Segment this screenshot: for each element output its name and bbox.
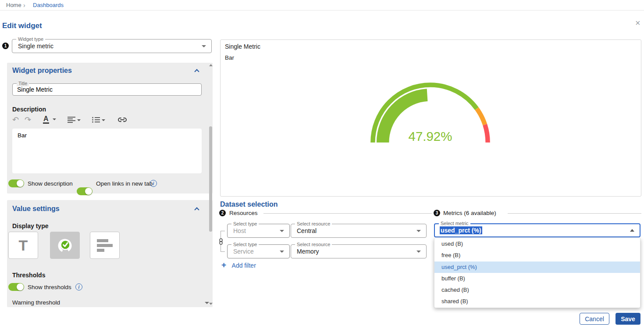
warning-threshold-label: Warning threshold bbox=[12, 299, 60, 306]
widget-type-label: Widget type bbox=[16, 36, 45, 42]
select-type-value: Host bbox=[233, 227, 246, 234]
collapse-widget-properties-icon[interactable] bbox=[194, 69, 199, 74]
chevron-up-icon[interactable] bbox=[630, 229, 634, 232]
text-color-letter: A bbox=[43, 115, 49, 124]
menu-item-buffer[interactable]: buffer (B) bbox=[434, 273, 640, 284]
breadcrumb: Home › Dashboards bbox=[0, 0, 644, 11]
title-input[interactable] bbox=[17, 85, 197, 94]
show-thresholds-toggle[interactable] bbox=[8, 283, 24, 291]
menu-item-free[interactable]: free (B) bbox=[434, 250, 640, 261]
text-display-icon: T bbox=[19, 237, 28, 254]
display-type-heading: Display type bbox=[12, 222, 48, 229]
open-links-label: Open links in new tab bbox=[96, 180, 153, 187]
redo-icon[interactable]: ↷ bbox=[25, 115, 31, 124]
value-settings-heading: Value settings bbox=[12, 205, 60, 213]
breadcrumb-separator-icon: › bbox=[23, 0, 25, 11]
gauge-display-icon bbox=[56, 236, 74, 254]
widget-properties-heading: Widget properties bbox=[12, 67, 72, 75]
select-resource-value: Central bbox=[297, 227, 317, 234]
step-3-badge: 3 bbox=[434, 210, 440, 216]
list-icon bbox=[92, 117, 100, 123]
gauge-value: 47.92% bbox=[409, 129, 452, 143]
add-filter-button[interactable]: + Add filter bbox=[221, 262, 256, 269]
description-toolbar: ↶ ↷ A bbox=[12, 115, 202, 126]
breadcrumb-dashboards-link[interactable]: Dashboards bbox=[33, 0, 64, 11]
preview-title: Single Metric bbox=[225, 43, 260, 50]
undo-icon[interactable]: ↶ bbox=[12, 115, 19, 124]
select-resource-memory[interactable]: Select resource Memory bbox=[291, 244, 427, 258]
info-icon[interactable]: i bbox=[150, 180, 157, 187]
select-resource-label: Select resource bbox=[295, 221, 332, 227]
select-metric-combobox[interactable]: Select metric used_prct (%) bbox=[434, 223, 640, 237]
show-description-toggle[interactable] bbox=[8, 179, 24, 187]
select-resource-central[interactable]: Select resource Central bbox=[291, 224, 427, 238]
menu-item-cached[interactable]: cached (B) bbox=[434, 284, 640, 296]
step-1-badge: 1 bbox=[2, 43, 9, 49]
display-type-text-button[interactable]: T bbox=[8, 232, 38, 259]
chevron-down-icon bbox=[280, 251, 284, 253]
list-button[interactable] bbox=[92, 117, 105, 125]
add-filter-label: Add filter bbox=[232, 262, 256, 269]
chevron-down-icon[interactable] bbox=[202, 45, 206, 47]
resources-label: Resources bbox=[229, 210, 258, 216]
menu-item-used[interactable]: used (B) bbox=[434, 238, 640, 250]
bar-display-icon bbox=[97, 239, 113, 252]
select-type-host[interactable]: Select type Host bbox=[227, 224, 290, 238]
select-metric-label: Select metric bbox=[439, 221, 470, 226]
dataset-selection-heading: Dataset selection bbox=[220, 201, 278, 208]
info-icon[interactable]: i bbox=[75, 283, 82, 290]
select-resource-value: Memory bbox=[297, 248, 319, 255]
chevron-down-icon[interactable] bbox=[416, 230, 421, 232]
open-links-toggle[interactable] bbox=[77, 187, 93, 195]
align-icon bbox=[68, 117, 75, 123]
link-button[interactable] bbox=[117, 117, 127, 125]
row-link-line bbox=[221, 251, 225, 252]
cancel-button[interactable]: Cancel bbox=[580, 313, 609, 325]
metrics-label: Metrics (6 available) bbox=[443, 210, 496, 216]
chevron-down-icon[interactable] bbox=[205, 302, 209, 304]
display-type-bar-button[interactable] bbox=[90, 232, 120, 259]
menu-item-used-prct[interactable]: used_prct (%) bbox=[434, 262, 640, 273]
chevron-down-icon[interactable] bbox=[416, 251, 421, 253]
resources-divider bbox=[263, 213, 432, 214]
widget-preview: Single Metric Bar 47.92% bbox=[220, 39, 641, 197]
widget-type-select[interactable]: Widget type Single metric bbox=[12, 39, 212, 53]
value-settings-panel: Value settings Display type T Thresholds… bbox=[7, 200, 213, 307]
description-heading: Description bbox=[12, 106, 46, 113]
select-metric-value: used_prct (%) bbox=[440, 226, 482, 234]
select-type-label: Select type bbox=[231, 221, 259, 227]
text-color-button[interactable]: A bbox=[43, 115, 56, 123]
select-resource-label: Select resource bbox=[295, 242, 332, 247]
plus-icon: + bbox=[221, 260, 226, 269]
widget-properties-panel: Widget properties Title Description ↶ ↷ … bbox=[7, 63, 213, 193]
select-type-label: Select type bbox=[231, 242, 259, 247]
title-field-wrap: Title bbox=[12, 83, 202, 96]
metrics-divider bbox=[508, 213, 641, 214]
menu-item-shared[interactable]: shared (B) bbox=[434, 296, 640, 307]
breadcrumb-home-link[interactable]: Home bbox=[6, 0, 21, 11]
select-type-service[interactable]: Select type Service bbox=[227, 244, 290, 258]
save-button[interactable]: Save bbox=[616, 313, 640, 325]
select-type-value: Service bbox=[233, 248, 254, 255]
display-type-gauge-button[interactable] bbox=[50, 232, 80, 259]
scrollbar-thumb[interactable] bbox=[209, 126, 212, 232]
thresholds-heading: Thresholds bbox=[12, 272, 45, 279]
collapse-value-settings-icon[interactable] bbox=[194, 207, 199, 212]
chevron-down-icon bbox=[53, 118, 56, 120]
scroll-down-icon[interactable] bbox=[209, 303, 213, 305]
show-description-label: Show description bbox=[28, 180, 73, 187]
select-metric-value-wrap: used_prct (%) bbox=[440, 226, 482, 234]
description-textarea[interactable]: Bar bbox=[12, 129, 202, 173]
chevron-down-icon bbox=[77, 119, 81, 121]
chain-link-icon bbox=[218, 238, 224, 245]
step-2-badge: 2 bbox=[219, 210, 226, 216]
widget-type-value: Single metric bbox=[18, 43, 53, 50]
preview-description: Bar bbox=[225, 54, 234, 61]
page-title: Edit widget bbox=[2, 21, 42, 30]
gauge-chart: 47.92% bbox=[368, 79, 493, 150]
align-button[interactable] bbox=[68, 117, 81, 125]
close-icon[interactable]: × bbox=[635, 19, 640, 26]
scroll-up-icon[interactable] bbox=[209, 64, 213, 66]
row-link-line bbox=[221, 231, 225, 231]
metric-dropdown-menu: used (B) free (B) used_prct (%) buffer (… bbox=[434, 238, 640, 308]
